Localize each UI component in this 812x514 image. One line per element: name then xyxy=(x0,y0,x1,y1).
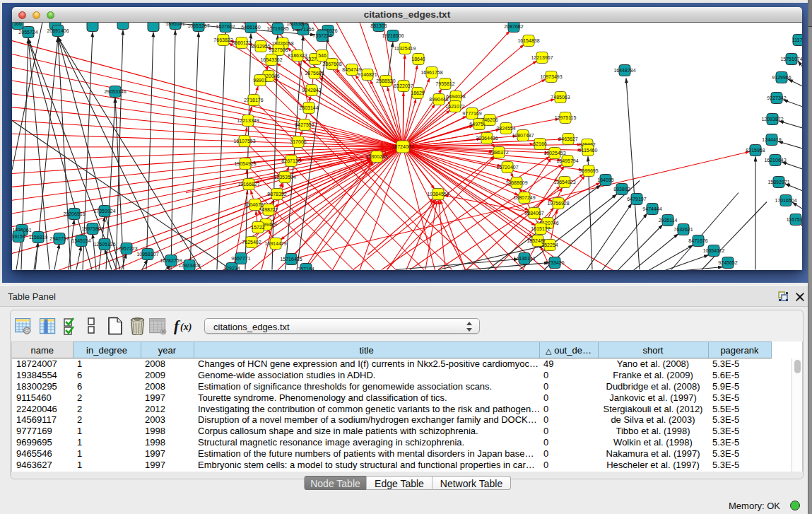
svg-text:8322037: 8322037 xyxy=(394,83,413,88)
svg-text:10719185: 10719185 xyxy=(266,26,288,31)
svg-text:9474444: 9474444 xyxy=(642,206,661,211)
svg-text:8912955: 8912955 xyxy=(251,44,270,49)
svg-text:15300243: 15300243 xyxy=(365,154,387,159)
svg-text:8878352: 8878352 xyxy=(267,192,286,197)
svg-text:8186323: 8186323 xyxy=(288,53,307,58)
svg-text:9242843: 9242843 xyxy=(302,88,321,93)
svg-text:12505135: 12505135 xyxy=(93,242,115,247)
svg-text:7485063: 7485063 xyxy=(551,95,570,100)
svg-text:10973493: 10973493 xyxy=(540,74,562,79)
svg-text:18640: 18640 xyxy=(411,57,425,62)
svg-text:10807487: 10807487 xyxy=(512,133,534,138)
svg-text:16543362: 16543362 xyxy=(260,57,282,62)
svg-text:252254: 252254 xyxy=(541,243,558,247)
svg-text:3875685: 3875685 xyxy=(305,71,324,76)
svg-text:17016504: 17016504 xyxy=(775,198,796,203)
svg-text:16495794: 16495794 xyxy=(556,158,578,163)
svg-text:3824554: 3824554 xyxy=(496,126,515,131)
svg-text:15720407: 15720407 xyxy=(496,165,518,170)
svg-text:19384554: 19384554 xyxy=(427,192,449,197)
svg-text:16448784: 16448784 xyxy=(613,68,635,73)
svg-text:2055724: 2055724 xyxy=(18,30,37,35)
svg-text:8471676: 8471676 xyxy=(688,238,707,243)
svg-text:1244419: 1244419 xyxy=(762,137,781,142)
svg-text:12093872: 12093872 xyxy=(761,117,783,122)
svg-text:10025453: 10025453 xyxy=(543,151,565,156)
svg-text:166: 166 xyxy=(13,23,22,26)
svg-text:6494028: 6494028 xyxy=(446,94,465,99)
svg-text:62160: 62160 xyxy=(533,141,547,146)
svg-text:(x): (x) xyxy=(180,322,192,333)
svg-text:9245652: 9245652 xyxy=(718,260,737,265)
svg-text:3498222: 3498222 xyxy=(259,207,278,212)
svg-text:1527602: 1527602 xyxy=(216,24,235,29)
svg-text:15892971: 15892971 xyxy=(767,180,789,185)
svg-text:2718176: 2718176 xyxy=(244,98,263,103)
svg-text:19218506: 19218506 xyxy=(382,33,404,38)
svg-text:20206516: 20206516 xyxy=(63,211,85,216)
svg-text:9699695: 9699695 xyxy=(579,168,598,173)
svg-text:893892: 893892 xyxy=(613,187,630,192)
svg-text:8660123: 8660123 xyxy=(232,40,251,45)
svg-text:19054925: 19054925 xyxy=(234,161,256,166)
svg-text:19166827: 19166827 xyxy=(237,182,259,187)
svg-text:317006: 317006 xyxy=(290,139,306,144)
svg-text:16154838: 16154838 xyxy=(517,38,539,43)
svg-text:39159: 39159 xyxy=(12,234,25,239)
svg-text:2867608: 2867608 xyxy=(322,62,341,66)
svg-text:18724007: 18724007 xyxy=(392,144,413,149)
svg-text:9884067: 9884067 xyxy=(524,211,543,216)
svg-text:12213967: 12213967 xyxy=(531,55,553,60)
svg-text:9115460: 9115460 xyxy=(579,148,598,153)
svg-text:29053346: 29053346 xyxy=(104,89,126,94)
svg-text:8454749: 8454749 xyxy=(342,67,361,72)
svg-text:157164: 157164 xyxy=(298,267,314,270)
svg-text:9657771: 9657771 xyxy=(231,256,250,261)
svg-text:129234: 129234 xyxy=(223,266,240,270)
svg-text:1167533: 1167533 xyxy=(787,217,802,222)
svg-text:10958107: 10958107 xyxy=(136,252,158,257)
svg-text:7625402: 7625402 xyxy=(242,240,261,245)
svg-text:1615172: 1615172 xyxy=(531,226,550,231)
svg-text:1345154: 1345154 xyxy=(71,238,90,243)
svg-text:9463627: 9463627 xyxy=(558,136,577,141)
svg-text:1156819: 1156819 xyxy=(29,235,48,240)
svg-text:18807249: 18807249 xyxy=(513,195,535,200)
svg-text:16782759: 16782759 xyxy=(160,258,182,263)
svg-text:1621072: 1621072 xyxy=(445,104,464,109)
svg-text:16107553: 16107553 xyxy=(233,139,255,144)
svg-text:19756928: 19756928 xyxy=(547,201,569,206)
svg-text:9227342: 9227342 xyxy=(767,95,786,100)
svg-text:6466160: 6466160 xyxy=(241,25,260,30)
svg-text:2803144: 2803144 xyxy=(299,105,318,110)
svg-text:12923408: 12923408 xyxy=(178,263,200,268)
svg-text:7663822: 7663822 xyxy=(213,37,233,42)
svg-text:98901: 98901 xyxy=(253,78,267,83)
svg-text:15751074: 15751074 xyxy=(780,57,802,62)
svg-text:11172: 11172 xyxy=(792,37,802,42)
svg-text:7632621: 7632621 xyxy=(673,227,693,232)
svg-text:8215958: 8215958 xyxy=(746,148,765,153)
svg-text:1895141: 1895141 xyxy=(165,23,184,26)
svg-text:2087682: 2087682 xyxy=(504,24,523,29)
svg-text:9146821: 9146821 xyxy=(358,72,377,77)
svg-text:7386372: 7386372 xyxy=(489,150,508,155)
svg-text:17957223: 17957223 xyxy=(115,246,137,251)
svg-text:16033809: 16033809 xyxy=(286,23,308,26)
svg-text:17359924: 17359924 xyxy=(93,209,115,214)
svg-text:7955812: 7955812 xyxy=(435,81,454,86)
svg-text:14136141: 14136141 xyxy=(513,256,535,261)
svg-text:1733426: 1733426 xyxy=(545,260,564,265)
svg-text:8427552: 8427552 xyxy=(295,122,314,127)
svg-text:9777169: 9777169 xyxy=(462,111,481,116)
svg-text:10688609: 10688609 xyxy=(505,180,527,185)
svg-text:12975115: 12975115 xyxy=(555,115,577,120)
svg-text:16914479: 16914479 xyxy=(264,241,286,246)
svg-text:2588520: 2588520 xyxy=(376,78,395,83)
svg-text:16961758: 16961758 xyxy=(420,70,442,75)
svg-text:10654112: 10654112 xyxy=(703,248,725,253)
svg-text:7357224: 7357224 xyxy=(312,33,331,38)
svg-text:8267130: 8267130 xyxy=(281,158,300,163)
svg-text:19975867: 19975867 xyxy=(81,226,103,231)
svg-text:746206: 746206 xyxy=(481,117,498,122)
